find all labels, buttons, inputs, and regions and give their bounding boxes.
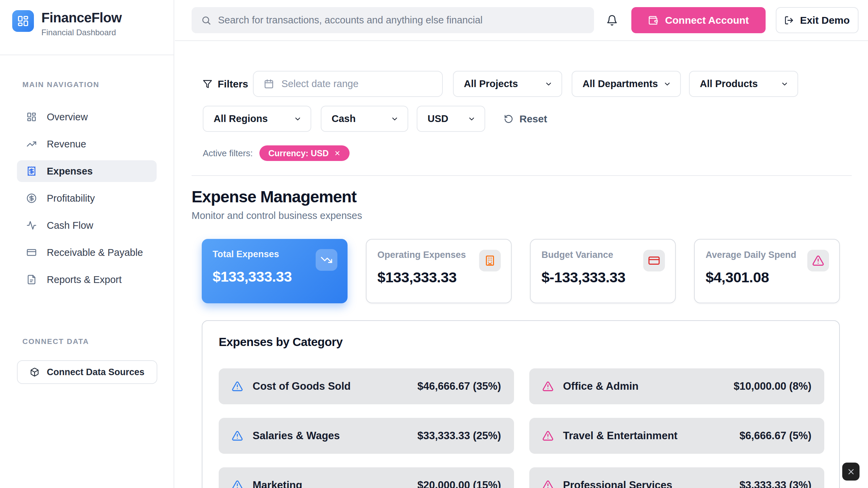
projects-select[interactable]: All Projects (453, 71, 562, 97)
category-row-salaries-wages: Salaries & Wages $33,333.33 (25%) (219, 418, 514, 454)
connect-data-sources-button[interactable]: Connect Data Sources (17, 360, 157, 384)
sidebar-item-label: Cash Flow (47, 220, 93, 231)
category-amount: $3,333.33 (3%) (739, 479, 811, 488)
category-name: Salaries & Wages (253, 430, 340, 442)
products-select[interactable]: All Products (689, 71, 798, 97)
connect-data-sources-label: Connect Data Sources (47, 367, 144, 378)
bell-icon[interactable] (606, 15, 618, 26)
category-amount: $20,000.00 (15%) (417, 479, 501, 488)
category-amount: $46,666.67 (35%) (417, 380, 501, 392)
close-overlay-button[interactable] (842, 463, 860, 481)
sidebar-item-expenses[interactable]: Expenses (17, 160, 157, 182)
stat-card-operating-expenses: Operating Expenses $133,333.33 (366, 239, 512, 303)
currency-filter-chip-label: Currency: USD (268, 148, 329, 158)
category-row-travel-entertainment: Travel & Entertainment $6,666.67 (5%) (529, 418, 825, 454)
brand-tagline: Financial Dashboard (41, 28, 122, 37)
credit-card-icon (26, 247, 37, 258)
currency-filter-chip[interactable]: Currency: USD (259, 145, 350, 161)
activity-icon (26, 220, 37, 230)
sidebar-item-revenue[interactable]: Revenue (17, 133, 157, 155)
section-divider (192, 175, 852, 176)
chevron-down-icon (781, 80, 789, 88)
date-range-input[interactable]: Select date range (253, 71, 443, 97)
dashboard-icon (26, 112, 37, 122)
stat-value: $4,301.08 (706, 269, 828, 286)
active-filters-label: Active filters: (203, 148, 253, 159)
connect-account-button[interactable]: Connect Account (631, 7, 765, 33)
sidebar-item-overview[interactable]: Overview (17, 106, 157, 128)
alert-triangle-icon (232, 480, 243, 488)
brand-header: FinanceFlow Financial Dashboard (0, 0, 174, 55)
reset-filters-button[interactable]: Reset (504, 113, 547, 125)
stat-card-average-daily-spend: Average Daily Spend $4,301.08 (694, 239, 840, 303)
sidebar-item-label: Receivable & Payable (47, 247, 143, 258)
chevron-down-icon (468, 115, 476, 123)
stat-cards: Total Expenses $133,333.33 Operating Exp… (202, 239, 840, 303)
alert-triangle-icon (807, 250, 829, 271)
chevron-down-icon (391, 115, 399, 123)
filters-row-2: All Regions Cash USD Reset (192, 106, 852, 132)
search-icon (201, 15, 211, 25)
sidebar-item-receivable-payable[interactable]: Receivable & Payable (17, 242, 157, 263)
search-box (192, 7, 594, 33)
sidebar-item-cash-flow[interactable]: Cash Flow (17, 215, 157, 236)
app-logo (12, 10, 34, 32)
category-row-professional-services: Professional Services $3,333.33 (3%) (529, 467, 825, 488)
file-text-icon (26, 274, 37, 285)
credit-card-icon (643, 250, 665, 271)
building-icon (479, 250, 501, 271)
topbar: Connect Account Exit Demo (175, 0, 868, 41)
category-amount: $33,333.33 (25%) (417, 430, 501, 442)
sidebar-item-label: Revenue (47, 139, 86, 150)
alert-triangle-icon (542, 480, 554, 488)
stat-value: $133,333.33 (213, 268, 337, 285)
sidebar-item-label: Profitability (47, 193, 95, 204)
receipt-icon (26, 166, 37, 176)
page-title: Expense Management (192, 187, 852, 206)
stat-card-total-expenses: Total Expenses $133,333.33 (202, 239, 348, 303)
products-select-value: All Products (700, 78, 758, 89)
nav-section-heading: MAIN NAVIGATION (22, 80, 174, 89)
filters-label: Filters (218, 78, 248, 90)
stat-value: $133,333.33 (377, 269, 500, 286)
alert-triangle-icon (542, 381, 554, 392)
funnel-icon (203, 79, 212, 89)
exit-demo-label: Exit Demo (800, 15, 850, 26)
alert-triangle-icon (542, 430, 554, 442)
alert-triangle-icon (232, 381, 243, 392)
main-navigation: Overview Revenue Expenses Profitability … (0, 106, 174, 290)
category-grid: Cost of Goods Sold $46,666.67 (35%) Offi… (219, 368, 824, 488)
currency-select[interactable]: USD (417, 106, 485, 132)
regions-select-value: All Regions (214, 113, 268, 124)
payment-method-select[interactable]: Cash (321, 106, 408, 132)
wallet-icon (648, 15, 658, 25)
projects-select-value: All Projects (464, 78, 518, 89)
alert-triangle-icon (232, 430, 243, 442)
sidebar-item-reports-export[interactable]: Reports & Export (17, 269, 157, 290)
stat-card-budget-variance: Budget Variance $-133,333.33 (530, 239, 676, 303)
departments-select-value: All Departments (583, 78, 658, 89)
sidebar-item-profitability[interactable]: Profitability (17, 187, 157, 209)
payment-method-select-value: Cash (332, 113, 356, 124)
sidebar-item-label: Overview (47, 111, 88, 123)
sidebar-item-label: Expenses (47, 166, 93, 177)
category-name: Cost of Goods Sold (253, 380, 351, 392)
search-input[interactable] (218, 15, 585, 26)
regions-select[interactable]: All Regions (203, 106, 311, 132)
category-row-cost-of-goods-sold: Cost of Goods Sold $46,666.67 (35%) (219, 368, 514, 404)
calendar-icon (264, 79, 274, 89)
log-out-icon (784, 16, 794, 25)
category-name: Marketing (253, 479, 302, 488)
brand-name: FinanceFlow (41, 10, 122, 25)
expenses-by-category-title: Expenses by Category (219, 335, 824, 349)
cube-icon (30, 367, 39, 377)
exit-demo-button[interactable]: Exit Demo (776, 7, 859, 33)
active-filters-row: Active filters: Currency: USD (192, 145, 852, 161)
filters-title: Filters (203, 78, 248, 90)
remove-filter-icon[interactable] (334, 150, 341, 157)
category-name: Office & Admin (563, 380, 639, 392)
rotate-ccw-icon (504, 114, 513, 124)
connect-account-label: Connect Account (665, 15, 749, 26)
departments-select[interactable]: All Departments (572, 71, 681, 97)
expenses-by-category-panel: Expenses by Category Cost of Goods Sold … (202, 320, 840, 488)
